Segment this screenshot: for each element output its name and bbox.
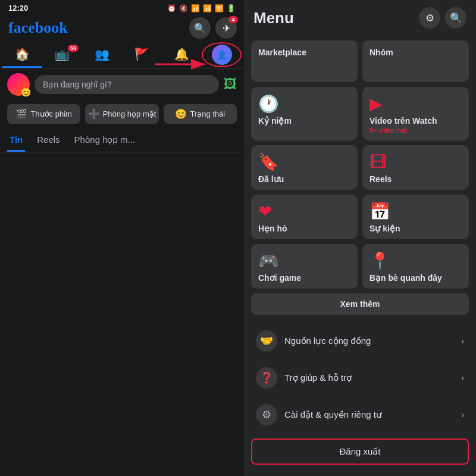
menu-header: Menu ⚙ 🔍 <box>244 0 476 35</box>
settings-chevron: › <box>461 410 464 419</box>
settings-label: Cài đặt & quyền riêng tư <box>284 409 382 420</box>
help-chevron: › <box>461 373 464 383</box>
nav-tab-bell[interactable]: 🔔 <box>162 42 202 68</box>
help-support-item[interactable]: ❓ Trợ giúp & hỗ trợ › <box>251 360 469 396</box>
menu-card-dating[interactable]: ❤ Hẹn hò <box>251 195 358 239</box>
saved-label: Đã lưu <box>258 174 350 184</box>
events-label: Sự kiện <box>369 224 462 233</box>
status-time: 12:20 <box>8 4 28 12</box>
messenger-button[interactable]: ✈ 4 <box>215 17 237 39</box>
fb-header: facebook 🔍 ✈ 4 <box>0 15 244 42</box>
room-button[interactable]: ➕ Phòng họp mặt <box>85 104 158 124</box>
nav-tab-profile[interactable]: 👤 <box>202 42 242 67</box>
quick-actions: 🎬 Thước phim ➕ Phòng họp mặt 😊 Trạng thá… <box>0 101 244 130</box>
games-icon: 🎮 <box>258 251 350 271</box>
logout-button[interactable]: Đăng xuất <box>251 439 469 465</box>
watch-badge: 56 <box>68 45 79 52</box>
post-composer-row: Bạn đang nghĩ gì? 🖼 <box>0 68 244 101</box>
menu-card-games[interactable]: 🎮 Chơi game <box>251 244 358 289</box>
saved-icon: 🔖 <box>258 152 350 172</box>
menu-card-watch[interactable]: ▶ Video trên Watch 9+ video mới <box>362 87 469 140</box>
menu-header-icons: ⚙ 🔍 <box>419 7 466 29</box>
menu-card-reels[interactable]: 🎞 Reels <box>362 145 469 190</box>
menu-card-marketplace[interactable]: Marketplace <box>251 40 358 82</box>
nav-tab-home[interactable]: 🏠 <box>2 42 42 68</box>
search-button[interactable]: 🔍 <box>189 17 211 39</box>
watch-label: Video trên Watch <box>369 116 462 126</box>
watch-icon: ▶ <box>369 94 462 114</box>
search-icon-btn[interactable]: 🔍 <box>445 7 466 29</box>
community-resources-item[interactable]: 🤝 Nguồn lực cộng đồng › <box>251 323 469 359</box>
dating-label: Hẹn hò <box>258 224 350 233</box>
community-chevron: › <box>461 336 464 346</box>
kyNiem-label: Kỷ niệm <box>258 116 350 126</box>
community-icon: 🤝 <box>256 330 277 352</box>
nearby-icon: 📍 <box>369 251 462 271</box>
dating-icon: ❤ <box>258 202 350 221</box>
menu-card-saved[interactable]: 🔖 Đã lưu <box>251 145 358 190</box>
status-button[interactable]: 😊 Trạng thái <box>164 104 237 124</box>
help-icon: ❓ <box>256 367 277 389</box>
kyNiem-icon: 🕐 <box>258 94 350 114</box>
settings-list-icon: ⚙ <box>256 404 277 425</box>
menu-card-kyNiem[interactable]: 🕐 Kỷ niệm <box>251 87 358 140</box>
reels-label: Thước phim <box>30 109 71 118</box>
tab-reels[interactable]: Reels <box>35 130 62 152</box>
tab-tin[interactable]: Tin <box>7 130 25 152</box>
settings-icon-btn[interactable]: ⚙ <box>419 7 440 29</box>
watch-sublabel: 9+ video mới <box>369 127 462 134</box>
settings-privacy-item[interactable]: ⚙ Cài đặt & quyền riêng tư › <box>251 397 469 433</box>
marketplace-label: Marketplace <box>258 48 350 57</box>
tab-room[interactable]: Phòng họp m... <box>72 130 137 152</box>
fb-header-icons: 🔍 ✈ 4 <box>189 17 237 39</box>
games-label: Chơi game <box>258 273 350 283</box>
content-tabs: Tin Reels Phòng họp m... <box>0 130 244 152</box>
reels-grid-icon: 🎞 <box>369 152 462 172</box>
user-avatar <box>7 73 30 96</box>
menu-card-events[interactable]: 📅 Sự kiện <box>362 195 469 239</box>
see-more-button[interactable]: Xem thêm <box>251 293 469 315</box>
status-label: Trạng thái <box>190 109 225 118</box>
menu-card-nhom[interactable]: Nhóm <box>362 40 469 82</box>
nav-tab-watch[interactable]: 📺 56 <box>42 42 82 68</box>
events-icon: 📅 <box>369 202 462 221</box>
nav-tab-flag[interactable]: 🚩 <box>122 42 162 68</box>
menu-title: Menu <box>253 9 294 27</box>
menu-list: 🤝 Nguồn lực cộng đồng › ❓ Trợ giúp & hỗ … <box>244 321 476 433</box>
status-icons: ⏰ 🔇 📶 📶 🛜 🔋 <box>167 4 236 12</box>
reels-grid-label: Reels <box>369 174 462 184</box>
nearby-label: Bạn bè quanh đây <box>369 273 462 283</box>
right-panel: Menu ⚙ 🔍 Marketplace Nhóm 🕐 Kỷ niệm ▶ Vi… <box>244 0 476 476</box>
messenger-badge: 4 <box>228 16 238 23</box>
menu-card-nearby[interactable]: 📍 Bạn bè quanh đây <box>362 244 469 289</box>
reels-button[interactable]: 🎬 Thước phim <box>7 104 80 124</box>
community-label: Nguồn lực cộng đồng <box>284 336 371 346</box>
photo-icon[interactable]: 🖼 <box>224 77 237 92</box>
help-label: Trợ giúp & hỗ trợ <box>284 372 352 383</box>
logout-label: Đăng xuất <box>339 446 380 456</box>
nhom-label: Nhóm <box>369 48 462 57</box>
menu-grid: Marketplace Nhóm 🕐 Kỷ niệm ▶ Video trên … <box>244 35 476 321</box>
nav-tabs: 🏠 📺 56 👥 🚩 🔔 👤 <box>0 42 244 68</box>
nav-tab-groups[interactable]: 👥 <box>82 42 122 68</box>
status-bar: 12:20 ⏰ 🔇 📶 📶 🛜 🔋 <box>0 0 244 15</box>
fb-logo: facebook <box>8 19 68 37</box>
post-input[interactable]: Bạn đang nghĩ gì? <box>35 75 219 94</box>
see-more-label: Xem thêm <box>340 299 380 309</box>
room-label: Phòng họp mặt <box>103 109 156 118</box>
